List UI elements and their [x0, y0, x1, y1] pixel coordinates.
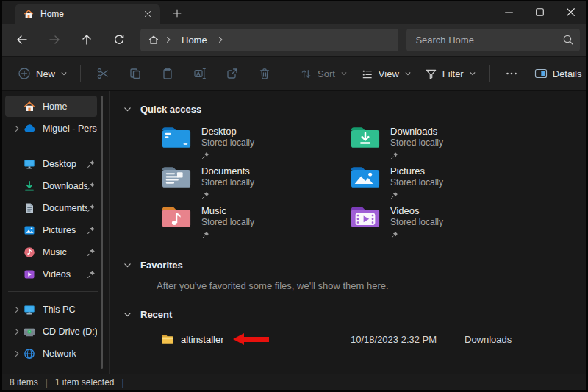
forward-button[interactable]	[42, 28, 66, 51]
share-button[interactable]	[218, 61, 247, 86]
pin-icon	[87, 182, 96, 190]
favorites-empty-text: After you've favorited some files, we'll…	[157, 280, 586, 291]
breadcrumb-chevron-icon	[164, 35, 173, 44]
breadcrumb-chevron-icon[interactable]	[216, 35, 225, 44]
sidebar-item-pictures[interactable]: Pictures	[5, 219, 97, 240]
quick-access-tile-videos[interactable]: VideosStored locally	[350, 204, 539, 243]
pin-icon	[201, 152, 254, 160]
share-icon	[226, 67, 239, 80]
sidebar-item-home[interactable]: Home	[5, 96, 97, 117]
minimize-button[interactable]	[493, 1, 524, 22]
folder-documents-icon	[161, 164, 192, 190]
new-button-label: New	[36, 68, 55, 79]
details-button[interactable]: Details	[528, 63, 588, 85]
tile-text: PicturesStored locally	[390, 164, 443, 199]
view-button[interactable]: View	[354, 63, 418, 85]
folder-music-icon	[161, 204, 192, 229]
sidebar-item-cd-drive-d-cc[interactable]: CD Drive (D:) CC	[5, 321, 97, 342]
pin-icon	[87, 204, 96, 213]
tab-home[interactable]: Home	[15, 4, 160, 24]
cut-button[interactable]	[88, 61, 118, 86]
sidebar-item-label: Pictures	[43, 225, 87, 235]
chevron-down-icon[interactable]	[123, 260, 132, 270]
sort-button-label: Sort	[318, 68, 335, 79]
toolbar-separator	[80, 65, 81, 82]
plus-circle-icon	[18, 67, 31, 80]
search-icon[interactable]	[562, 34, 574, 46]
search-input[interactable]	[415, 35, 562, 46]
tile-text: DocumentsStored locally	[201, 164, 254, 199]
pin-icon	[390, 152, 443, 160]
more-options-button[interactable]	[497, 61, 526, 86]
back-button[interactable]	[10, 28, 34, 51]
sidebar-scrollbar[interactable]	[101, 96, 103, 369]
quick-access-tile-desktop[interactable]: DesktopStored locally	[161, 124, 350, 164]
refresh-button[interactable]	[107, 28, 131, 51]
delete-button[interactable]	[250, 61, 279, 86]
maximize-button[interactable]	[524, 1, 555, 22]
quick-access-grid: DesktopStored locally DownloadsStored lo…	[161, 124, 586, 243]
file-explorer-window: Home	[0, 0, 588, 392]
sidebar-item-label: Home	[43, 101, 97, 112]
filter-button[interactable]: Filter	[418, 63, 483, 85]
expand-chevron-icon[interactable]	[10, 349, 24, 358]
tile-name: Desktop	[201, 126, 254, 137]
sidebar-item-documents[interactable]: Documents	[5, 197, 97, 218]
monitor-blue-icon	[24, 304, 35, 316]
sidebar-item-network[interactable]: Network	[5, 343, 97, 364]
breadcrumb-item[interactable]: Home	[177, 35, 212, 46]
sort-button[interactable]: Sort	[293, 63, 354, 85]
view-button-label: View	[379, 68, 399, 79]
tile-name: Pictures	[390, 165, 443, 177]
details-button-label: Details	[553, 68, 582, 79]
sidebar-item-this-pc[interactable]: This PC	[5, 299, 97, 320]
quick-access-header[interactable]: Quick access	[123, 101, 586, 116]
sidebar-item-downloads[interactable]: Downloads	[5, 175, 97, 196]
close-button[interactable]	[555, 1, 586, 22]
tab-close-icon[interactable]	[141, 7, 154, 21]
tile-subtitle: Stored locally	[201, 217, 254, 228]
search-box[interactable]	[406, 29, 580, 51]
status-separator: |	[46, 377, 48, 388]
quick-access-tile-pictures[interactable]: PicturesStored locally	[350, 164, 539, 204]
chevron-down-icon[interactable]	[123, 104, 132, 114]
chevron-down-icon	[469, 70, 476, 77]
chevron-down-icon	[60, 70, 68, 77]
new-tab-button[interactable]	[168, 4, 187, 22]
address-bar[interactable]: Home	[140, 29, 398, 51]
up-button[interactable]	[74, 28, 98, 51]
recent-file-row-altinstaller[interactable]: altinstaller10/18/2023 2:32 PMDownloads	[123, 331, 586, 347]
paste-button[interactable]	[153, 61, 182, 86]
toolbar-separator	[287, 65, 287, 82]
home-color-icon	[24, 101, 35, 113]
copy-icon	[129, 67, 142, 80]
pin-icon	[390, 231, 443, 239]
quick-access-tile-music[interactable]: MusicStored locally	[161, 204, 350, 243]
copy-button[interactable]	[121, 61, 150, 86]
expand-chevron-icon[interactable]	[10, 305, 24, 314]
filter-button-label: Filter	[442, 68, 464, 79]
breadcrumb-home-icon[interactable]	[148, 34, 159, 46]
chevron-down-icon[interactable]	[123, 310, 132, 319]
favorites-header[interactable]: Favorites	[123, 257, 586, 272]
sidebar-item-videos[interactable]: Videos	[5, 263, 97, 285]
sidebar-item-desktop[interactable]: Desktop	[5, 153, 97, 174]
pin-icon	[87, 248, 96, 257]
new-button[interactable]: New	[11, 63, 74, 85]
expand-chevron-icon[interactable]	[10, 327, 24, 336]
quick-access-tile-documents[interactable]: DocumentsStored locally	[161, 164, 350, 204]
network-globe-icon	[24, 348, 35, 360]
command-bar: New Sort View Filter Deta	[2, 56, 586, 91]
sidebar-item-label: Music	[43, 247, 87, 257]
sidebar-item-miguel-person[interactable]: Miguel - Person	[5, 118, 97, 139]
quick-access-tile-downloads[interactable]: DownloadsStored locally	[350, 124, 539, 164]
rename-button[interactable]	[185, 61, 215, 86]
expand-chevron-icon[interactable]	[10, 124, 24, 133]
sort-arrows-icon	[300, 68, 312, 80]
sidebar-item-music[interactable]: Music	[5, 241, 97, 263]
home-icon	[24, 9, 34, 19]
video-purple-icon	[24, 268, 35, 280]
funnel-icon	[425, 68, 437, 80]
picture-blue-icon	[24, 224, 35, 236]
recent-header[interactable]: Recent	[123, 307, 586, 321]
